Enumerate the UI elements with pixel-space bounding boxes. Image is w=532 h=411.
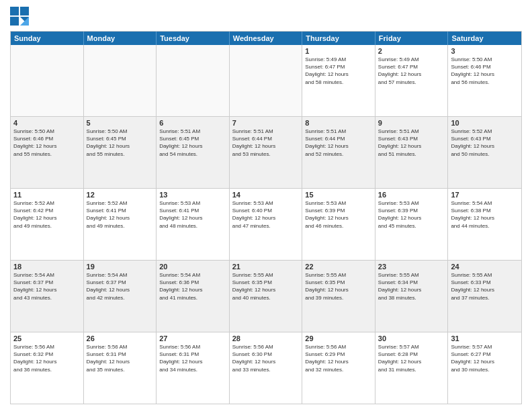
weekday-header: Friday xyxy=(375,32,449,45)
day-number: 19 xyxy=(87,263,154,271)
weekday-header: Wednesday xyxy=(230,32,303,45)
cell-info: Sunrise: 5:56 AM Sunset: 6:30 PM Dayligh… xyxy=(232,343,300,373)
cell-info: Sunrise: 5:56 AM Sunset: 6:32 PM Dayligh… xyxy=(13,343,81,373)
calendar-cell: 18Sunrise: 5:54 AM Sunset: 6:37 PM Dayli… xyxy=(11,261,84,332)
day-number: 26 xyxy=(87,334,154,342)
calendar-cell: 3Sunrise: 5:50 AM Sunset: 6:46 PM Daylig… xyxy=(448,45,521,116)
page: SundayMondayTuesdayWednesdayThursdayFrid… xyxy=(0,0,532,411)
logo-icon xyxy=(10,7,29,26)
calendar-cell: 23Sunrise: 5:55 AM Sunset: 6:34 PM Dayli… xyxy=(375,261,449,332)
day-number: 18 xyxy=(13,263,81,271)
day-number: 30 xyxy=(378,334,445,342)
day-number: 27 xyxy=(159,334,226,342)
calendar: SundayMondayTuesdayWednesdayThursdayFrid… xyxy=(10,31,522,404)
day-number: 8 xyxy=(305,119,372,127)
calendar-cell: 21Sunrise: 5:55 AM Sunset: 6:35 PM Dayli… xyxy=(230,261,303,332)
calendar-cell: 2Sunrise: 5:49 AM Sunset: 6:47 PM Daylig… xyxy=(375,45,449,116)
cell-info: Sunrise: 5:49 AM Sunset: 6:47 PM Dayligh… xyxy=(305,56,372,86)
cell-info: Sunrise: 5:53 AM Sunset: 6:39 PM Dayligh… xyxy=(305,199,372,230)
day-number: 24 xyxy=(451,263,519,271)
calendar-cell: 13Sunrise: 5:53 AM Sunset: 6:41 PM Dayli… xyxy=(157,189,230,260)
day-number: 4 xyxy=(13,119,81,127)
weekday-header: Sunday xyxy=(11,32,84,45)
cell-info: Sunrise: 5:56 AM Sunset: 6:29 PM Dayligh… xyxy=(305,343,372,373)
calendar-cell: 27Sunrise: 5:56 AM Sunset: 6:31 PM Dayli… xyxy=(157,332,230,404)
cell-info: Sunrise: 5:56 AM Sunset: 6:31 PM Dayligh… xyxy=(159,343,226,373)
calendar-cell xyxy=(84,45,157,116)
calendar-cell: 19Sunrise: 5:54 AM Sunset: 6:37 PM Dayli… xyxy=(84,261,157,332)
cell-info: Sunrise: 5:53 AM Sunset: 6:41 PM Dayligh… xyxy=(159,199,226,230)
cell-info: Sunrise: 5:51 AM Sunset: 6:44 PM Dayligh… xyxy=(232,128,300,158)
cell-info: Sunrise: 5:50 AM Sunset: 6:45 PM Dayligh… xyxy=(87,128,154,158)
cell-info: Sunrise: 5:57 AM Sunset: 6:28 PM Dayligh… xyxy=(378,343,445,373)
calendar-week: 11Sunrise: 5:52 AM Sunset: 6:42 PM Dayli… xyxy=(11,189,521,261)
day-number: 15 xyxy=(305,191,372,199)
day-number: 6 xyxy=(159,119,226,127)
day-number: 12 xyxy=(87,191,154,199)
svg-rect-2 xyxy=(10,17,19,26)
cell-info: Sunrise: 5:56 AM Sunset: 6:31 PM Dayligh… xyxy=(87,343,154,373)
svg-rect-0 xyxy=(10,7,19,15)
day-number: 7 xyxy=(232,119,300,127)
calendar-week: 18Sunrise: 5:54 AM Sunset: 6:37 PM Dayli… xyxy=(11,261,521,332)
cell-info: Sunrise: 5:52 AM Sunset: 6:43 PM Dayligh… xyxy=(451,128,519,158)
calendar-cell: 5Sunrise: 5:50 AM Sunset: 6:45 PM Daylig… xyxy=(84,117,157,188)
cell-info: Sunrise: 5:54 AM Sunset: 6:37 PM Dayligh… xyxy=(13,271,81,302)
cell-info: Sunrise: 5:51 AM Sunset: 6:45 PM Dayligh… xyxy=(159,128,226,158)
calendar-cell: 8Sunrise: 5:51 AM Sunset: 6:44 PM Daylig… xyxy=(302,117,375,188)
day-number: 22 xyxy=(305,263,372,271)
calendar-cell xyxy=(11,45,84,116)
cell-info: Sunrise: 5:52 AM Sunset: 6:42 PM Dayligh… xyxy=(13,199,81,230)
calendar-cell: 24Sunrise: 5:55 AM Sunset: 6:33 PM Dayli… xyxy=(448,261,521,332)
logo xyxy=(10,7,32,26)
calendar-week: 1Sunrise: 5:49 AM Sunset: 6:47 PM Daylig… xyxy=(11,45,521,117)
calendar-cell: 25Sunrise: 5:56 AM Sunset: 6:32 PM Dayli… xyxy=(11,332,84,404)
calendar-week: 4Sunrise: 5:50 AM Sunset: 6:46 PM Daylig… xyxy=(11,117,521,189)
cell-info: Sunrise: 5:55 AM Sunset: 6:35 PM Dayligh… xyxy=(232,271,300,302)
weekday-header: Saturday xyxy=(448,32,521,45)
day-number: 16 xyxy=(378,191,445,199)
calendar-cell: 14Sunrise: 5:53 AM Sunset: 6:40 PM Dayli… xyxy=(230,189,303,260)
calendar-cell: 6Sunrise: 5:51 AM Sunset: 6:45 PM Daylig… xyxy=(157,117,230,188)
day-number: 31 xyxy=(451,334,519,342)
page-header xyxy=(10,7,522,26)
calendar-cell: 11Sunrise: 5:52 AM Sunset: 6:42 PM Dayli… xyxy=(11,189,84,260)
day-number: 20 xyxy=(159,263,226,271)
calendar-cell: 1Sunrise: 5:49 AM Sunset: 6:47 PM Daylig… xyxy=(302,45,375,116)
cell-info: Sunrise: 5:50 AM Sunset: 6:46 PM Dayligh… xyxy=(13,128,81,158)
svg-rect-1 xyxy=(20,7,29,15)
day-number: 13 xyxy=(159,191,226,199)
calendar-cell: 15Sunrise: 5:53 AM Sunset: 6:39 PM Dayli… xyxy=(302,189,375,260)
cell-info: Sunrise: 5:50 AM Sunset: 6:46 PM Dayligh… xyxy=(451,56,519,86)
calendar-week: 25Sunrise: 5:56 AM Sunset: 6:32 PM Dayli… xyxy=(11,332,521,404)
cell-info: Sunrise: 5:53 AM Sunset: 6:40 PM Dayligh… xyxy=(232,199,300,230)
calendar-cell: 26Sunrise: 5:56 AM Sunset: 6:31 PM Dayli… xyxy=(84,332,157,404)
weekday-header: Thursday xyxy=(302,32,375,45)
calendar-cell: 12Sunrise: 5:52 AM Sunset: 6:41 PM Dayli… xyxy=(84,189,157,260)
calendar-cell: 29Sunrise: 5:56 AM Sunset: 6:29 PM Dayli… xyxy=(302,332,375,404)
calendar-cell: 10Sunrise: 5:52 AM Sunset: 6:43 PM Dayli… xyxy=(448,117,521,188)
calendar-cell: 28Sunrise: 5:56 AM Sunset: 6:30 PM Dayli… xyxy=(230,332,303,404)
cell-info: Sunrise: 5:55 AM Sunset: 6:34 PM Dayligh… xyxy=(378,271,445,302)
day-number: 21 xyxy=(232,263,300,271)
calendar-cell xyxy=(157,45,230,116)
calendar-cell: 16Sunrise: 5:53 AM Sunset: 6:39 PM Dayli… xyxy=(375,189,449,260)
day-number: 17 xyxy=(451,191,519,199)
calendar-cell: 17Sunrise: 5:54 AM Sunset: 6:38 PM Dayli… xyxy=(448,189,521,260)
calendar-cell: 20Sunrise: 5:54 AM Sunset: 6:36 PM Dayli… xyxy=(157,261,230,332)
cell-info: Sunrise: 5:54 AM Sunset: 6:38 PM Dayligh… xyxy=(451,199,519,230)
calendar-cell xyxy=(230,45,303,116)
cell-info: Sunrise: 5:52 AM Sunset: 6:41 PM Dayligh… xyxy=(87,199,154,230)
day-number: 28 xyxy=(232,334,300,342)
day-number: 10 xyxy=(451,119,519,127)
calendar-cell: 22Sunrise: 5:55 AM Sunset: 6:35 PM Dayli… xyxy=(302,261,375,332)
cell-info: Sunrise: 5:57 AM Sunset: 6:27 PM Dayligh… xyxy=(451,343,519,373)
calendar-cell: 30Sunrise: 5:57 AM Sunset: 6:28 PM Dayli… xyxy=(375,332,449,404)
calendar-body: 1Sunrise: 5:49 AM Sunset: 6:47 PM Daylig… xyxy=(11,45,521,404)
cell-info: Sunrise: 5:53 AM Sunset: 6:39 PM Dayligh… xyxy=(378,199,445,230)
cell-info: Sunrise: 5:51 AM Sunset: 6:44 PM Dayligh… xyxy=(305,128,372,158)
weekday-header: Tuesday xyxy=(157,32,230,45)
cell-info: Sunrise: 5:54 AM Sunset: 6:37 PM Dayligh… xyxy=(87,271,154,302)
day-number: 2 xyxy=(378,47,445,55)
cell-info: Sunrise: 5:55 AM Sunset: 6:33 PM Dayligh… xyxy=(451,271,519,302)
